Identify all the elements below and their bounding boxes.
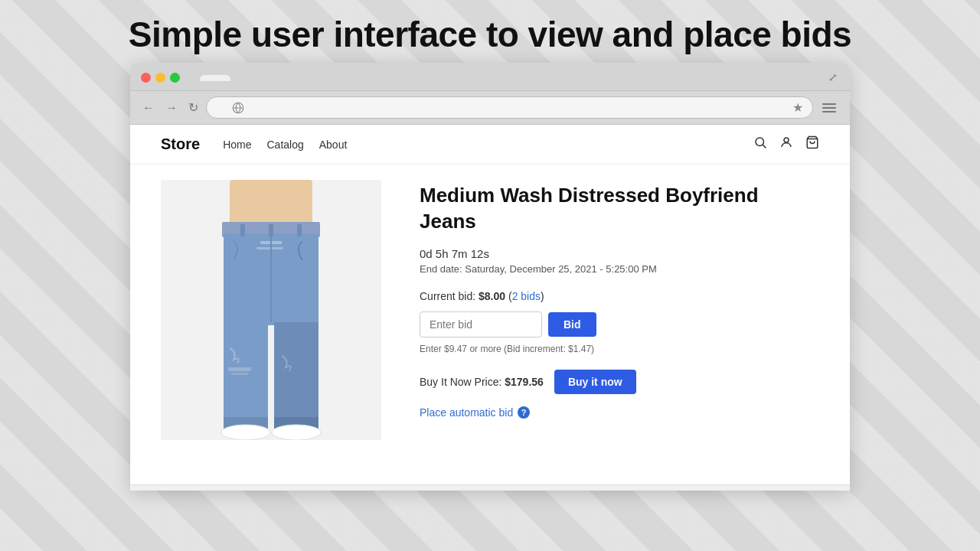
svg-point-1 (756, 138, 764, 146)
forward-button[interactable]: → (162, 99, 181, 116)
buy-now-button[interactable]: Buy it now (554, 370, 636, 394)
account-icon (779, 135, 793, 149)
auto-bid-label: Place automatic bid (420, 406, 513, 419)
account-button[interactable] (779, 135, 793, 153)
svg-rect-22 (269, 224, 273, 236)
svg-rect-13 (228, 367, 251, 371)
auto-bid-link[interactable]: Place automatic bid ? (420, 406, 819, 419)
minimize-button[interactable] (155, 73, 165, 83)
nav-about[interactable]: About (319, 139, 348, 151)
menu-line (822, 103, 836, 105)
bid-count-link[interactable]: 2 bids (512, 290, 541, 302)
nav-links: Home Catalog About (223, 138, 347, 152)
address-bar[interactable]: ★ (206, 96, 813, 119)
product-image (161, 180, 381, 440)
svg-rect-10 (256, 247, 283, 249)
product-section: Medium Wash Distressed Boyfriend Jeans 0… (130, 165, 850, 455)
nav-icons (753, 135, 819, 153)
svg-rect-21 (297, 224, 302, 236)
expand-icon[interactable] (827, 71, 839, 83)
search-icon (753, 135, 767, 149)
buy-now-price: $179.56 (505, 376, 544, 388)
nav-catalog[interactable]: Catalog (266, 139, 303, 151)
svg-point-3 (784, 138, 789, 142)
search-button[interactable] (753, 135, 767, 153)
svg-rect-6 (230, 180, 312, 226)
svg-rect-11 (224, 322, 268, 429)
buy-now-label: Buy It Now Price: $179.56 (420, 376, 544, 388)
browser-content: Store Home Catalog About (130, 125, 850, 484)
menu-line (822, 111, 836, 112)
product-details: Medium Wash Distressed Boyfriend Jeans 0… (420, 180, 819, 440)
store-logo: Store (161, 135, 200, 153)
cart-button[interactable] (805, 135, 819, 153)
svg-rect-20 (240, 224, 245, 236)
fullscreen-button[interactable] (170, 73, 180, 83)
globe-icon (231, 101, 245, 115)
menu-line (822, 107, 836, 109)
scrollbar[interactable] (130, 484, 850, 491)
svg-line-2 (763, 145, 766, 148)
bid-row: Bid (420, 311, 819, 337)
product-title: Medium Wash Distressed Boyfriend Jeans (420, 183, 819, 235)
auction-timer: 0d 5h 7m 12s (420, 247, 819, 260)
help-icon: ? (518, 406, 530, 419)
tab-area (200, 70, 819, 84)
bookmark-button[interactable]: ★ (792, 100, 803, 115)
end-date: End date: Saturday, December 25, 2021 - … (420, 263, 819, 275)
svg-rect-12 (274, 322, 318, 429)
bid-button[interactable]: Bid (548, 312, 596, 337)
store-navbar: Store Home Catalog About (130, 125, 850, 165)
current-bid-label: Current bid: (420, 290, 475, 302)
svg-point-17 (221, 425, 270, 440)
current-bid-amount: $8.00 (479, 290, 505, 302)
svg-rect-14 (231, 373, 248, 375)
traffic-lights (141, 73, 180, 83)
bid-input[interactable] (420, 311, 542, 337)
browser-menu-button[interactable] (818, 100, 841, 116)
back-button[interactable]: ← (139, 99, 158, 116)
buy-now-row: Buy It Now Price: $179.56 Buy it now (420, 370, 819, 394)
nav-home[interactable]: Home (223, 139, 251, 151)
svg-point-18 (272, 425, 321, 440)
bid-hint: Enter $9.47 or more (Bid increment: $1.4… (420, 344, 819, 354)
auto-bid-row: Place automatic bid ? (420, 406, 819, 419)
active-tab[interactable] (200, 75, 230, 81)
headline: Simple user interface to view and place … (0, 0, 980, 63)
cart-icon (805, 135, 819, 149)
close-button[interactable] (141, 73, 151, 83)
current-bid: Current bid: $8.00 (2 bids) (420, 290, 819, 302)
reload-button[interactable]: ↻ (185, 99, 201, 116)
product-image-svg (161, 180, 381, 440)
